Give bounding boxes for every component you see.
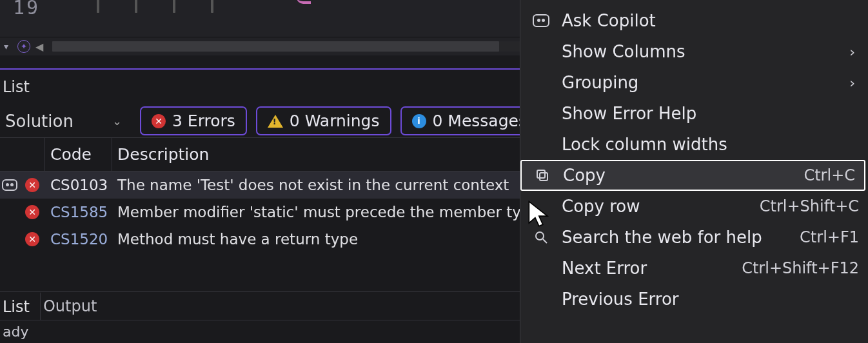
severity-error-icon: ✕ [19, 178, 45, 192]
menu-item-label: Next Error [562, 259, 730, 278]
header-icon-col[interactable] [0, 138, 19, 171]
menu-item-ask-copilot[interactable]: Ask Copilot [520, 5, 868, 36]
menu-item-next-error[interactable]: Next ErrorCtrl+Shift+F12 [520, 253, 868, 284]
code-token-fragment [297, 0, 311, 4]
severity-error-icon: ✕ [19, 205, 45, 219]
menu-item-grouping[interactable]: Grouping› [520, 67, 868, 98]
menu-item-shortcut: Ctrl+F1 [800, 228, 868, 246]
copy-icon [533, 168, 551, 183]
menu-item-shortcut: Ctrl+Shift+C [760, 197, 868, 215]
menu-item-label: Ask Copilot [562, 11, 868, 30]
menu-item-label: Previous Error [562, 289, 868, 309]
errors-filter-button[interactable]: ✕ 3 Errors [140, 106, 247, 135]
warnings-filter-button[interactable]: 0 Warnings [256, 106, 391, 135]
menu-item-label: Search the web for help [562, 228, 788, 247]
svg-point-2 [536, 232, 544, 240]
warnings-count-label: 0 Warnings [290, 112, 380, 130]
menu-item-show-error-help[interactable]: Show Error Help [520, 98, 868, 129]
chevron-right-icon: › [849, 75, 855, 91]
svg-rect-1 [537, 170, 545, 178]
messages-filter-button[interactable]: i 0 Messages [400, 106, 538, 135]
context-menu: Ask CopilotShow Columns›Grouping›Show Er… [520, 0, 868, 343]
menu-item-shortcut: Ctrl+Shift+F12 [742, 259, 868, 277]
menu-item-label: Lock column widths [562, 135, 868, 154]
error-code: CS1585 [45, 204, 112, 220]
menu-item-label: Show Columns [562, 42, 868, 61]
copilot-icon [532, 14, 550, 27]
warning-icon [268, 115, 283, 128]
menu-item-label: Show Error Help [562, 104, 868, 123]
menu-item-shortcut: Ctrl+C [804, 166, 864, 184]
menu-item-label: Grouping [562, 73, 868, 92]
header-code-col[interactable]: Code [45, 138, 112, 171]
menu-item-lock-col-widths[interactable]: Lock column widths [520, 129, 868, 160]
search-icon [532, 230, 550, 245]
menu-item-label: Copy row [562, 197, 748, 216]
scope-label: Solution [5, 112, 74, 131]
chevron-right-icon: › [849, 44, 855, 60]
menu-item-copy-row[interactable]: Copy rowCtrl+Shift+C [520, 191, 868, 222]
copilot-suggestion-icon[interactable] [0, 179, 19, 191]
menu-item-copy[interactable]: CopyCtrl+C [520, 160, 865, 191]
info-icon: i [412, 114, 426, 128]
error-code: CS0103 [45, 177, 112, 193]
error-icon: ✕ [152, 114, 166, 128]
menu-item-show-columns[interactable]: Show Columns› [520, 36, 868, 67]
lightbulb-icon[interactable]: ✦ [17, 40, 30, 53]
error-list-panel-title: List [0, 72, 30, 102]
status-text: ady [3, 324, 28, 340]
indent-guides [97, 0, 213, 13]
menu-item-label: Copy [563, 166, 792, 185]
error-code: CS1520 [45, 231, 112, 248]
mouse-cursor [528, 200, 552, 231]
severity-error-icon: ✕ [19, 232, 45, 246]
svg-rect-0 [540, 173, 547, 181]
dropdown-indicator-icon[interactable]: ▾ [0, 41, 12, 52]
menu-item-previous-error[interactable]: Previous Error [520, 284, 868, 315]
svg-line-3 [543, 239, 547, 243]
line-number: 19 [13, 0, 40, 19]
errors-count-label: 3 Errors [172, 112, 235, 130]
header-severity-col[interactable] [19, 138, 45, 171]
messages-count-label: 0 Messages [433, 112, 527, 130]
menu-item-search-web[interactable]: Search the web for helpCtrl+F1 [520, 222, 868, 253]
tab-output[interactable]: Output [41, 292, 107, 320]
back-arrow-icon[interactable]: ◀ [35, 41, 43, 53]
chevron-down-icon: ⌄ [112, 114, 122, 128]
scope-select[interactable]: Solution ⌄ [3, 109, 131, 133]
tab-error-list[interactable]: List [0, 292, 41, 320]
